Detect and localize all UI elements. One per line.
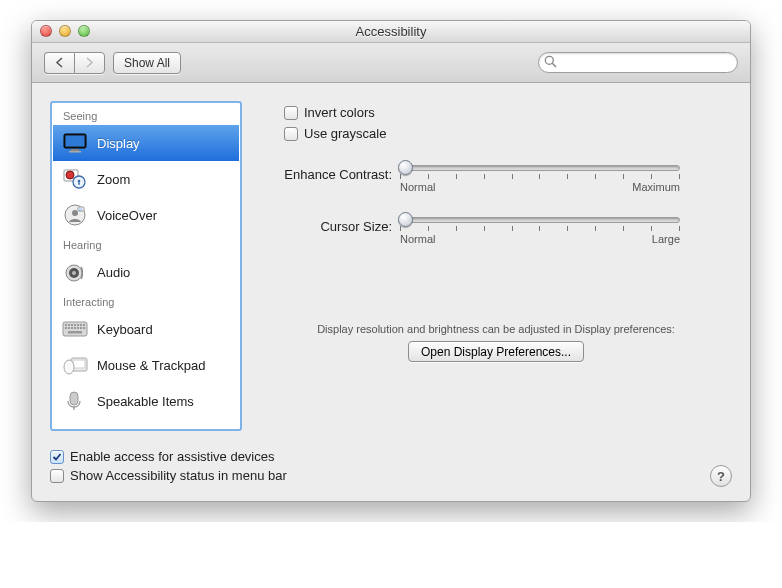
svg-rect-33 — [73, 360, 85, 368]
invert-colors-row[interactable]: Invert colors — [284, 105, 732, 120]
invert-colors-label: Invert colors — [304, 105, 375, 120]
use-grayscale-checkbox[interactable] — [284, 127, 298, 141]
status-menubar-row[interactable]: Show Accessibility status in menu bar — [50, 468, 732, 483]
sidebar-item-label: Keyboard — [97, 322, 153, 337]
sidebar-item-keyboard[interactable]: Keyboard — [53, 311, 239, 347]
slider-ticks — [400, 174, 680, 179]
svg-rect-35 — [70, 392, 78, 405]
sidebar-section-hearing: Hearing — [53, 233, 239, 254]
show-all-button[interactable]: Show All — [113, 52, 181, 74]
sidebar-section-interacting: Interacting — [53, 290, 239, 311]
nav-buttons — [44, 52, 105, 74]
svg-rect-30 — [83, 327, 85, 329]
svg-rect-22 — [80, 324, 82, 326]
sidebar-item-speakable-items[interactable]: Speakable Items — [53, 383, 239, 419]
svg-rect-29 — [80, 327, 82, 329]
svg-rect-27 — [74, 327, 76, 329]
speakable-icon — [62, 389, 88, 413]
svg-rect-24 — [65, 327, 67, 329]
svg-rect-21 — [77, 324, 79, 326]
svg-point-0 — [545, 56, 553, 64]
sidebar-item-zoom[interactable]: Zoom — [53, 161, 239, 197]
back-button[interactable] — [44, 52, 74, 74]
forward-button[interactable] — [74, 52, 105, 74]
accessibility-window: Accessibility Show All Seeing — [31, 20, 751, 502]
sidebar: Seeing Display Zoom — [50, 101, 242, 431]
sidebar-item-voiceover[interactable]: VoiceOver — [53, 197, 239, 233]
voiceover-icon — [62, 203, 88, 227]
svg-point-34 — [64, 360, 74, 374]
sidebar-item-label: Mouse & Trackpad — [97, 358, 205, 373]
zoom-icon — [62, 167, 88, 191]
cursor-size-label: Cursor Size: — [260, 217, 400, 234]
enable-assistive-row[interactable]: Enable access for assistive devices — [50, 449, 732, 464]
mouse-trackpad-icon — [62, 353, 88, 377]
traffic-lights — [40, 25, 90, 37]
svg-rect-18 — [68, 324, 70, 326]
sidebar-item-label: Zoom — [97, 172, 130, 187]
sidebar-section-seeing: Seeing — [53, 104, 239, 125]
toolbar: Show All — [32, 43, 750, 83]
invert-colors-checkbox[interactable] — [284, 106, 298, 120]
keyboard-icon — [62, 317, 88, 341]
svg-rect-20 — [74, 324, 76, 326]
zoom-icon[interactable] — [78, 25, 90, 37]
status-menubar-label: Show Accessibility status in menu bar — [70, 468, 287, 483]
window-title: Accessibility — [356, 24, 427, 39]
slider-thumb[interactable] — [398, 212, 413, 227]
enable-assistive-checkbox[interactable] — [50, 450, 64, 464]
close-icon[interactable] — [40, 25, 52, 37]
enable-assistive-label: Enable access for assistive devices — [70, 449, 274, 464]
svg-point-9 — [78, 180, 81, 183]
chevron-right-icon — [85, 57, 94, 68]
enhance-contrast-label: Enhance Contrast: — [260, 165, 400, 182]
svg-line-1 — [552, 63, 556, 67]
search-field[interactable] — [538, 52, 738, 73]
cursor-min-label: Normal — [400, 233, 435, 245]
cursor-max-label: Large — [652, 233, 680, 245]
svg-rect-28 — [77, 327, 79, 329]
main-panel: Invert colors Use grayscale Enhance Cont… — [260, 101, 732, 431]
sidebar-item-label: Display — [97, 136, 140, 151]
sidebar-item-audio[interactable]: Audio — [53, 254, 239, 290]
search-input[interactable] — [538, 52, 738, 73]
svg-rect-23 — [83, 324, 85, 326]
svg-rect-3 — [66, 136, 85, 147]
cursor-size-block: Cursor Size: Normal Large — [260, 217, 732, 245]
sidebar-item-label: VoiceOver — [97, 208, 157, 223]
svg-point-11 — [72, 210, 78, 216]
svg-rect-25 — [68, 327, 70, 329]
sidebar-scroll[interactable]: Seeing Display Zoom — [53, 104, 239, 428]
titlebar[interactable]: Accessibility — [32, 21, 750, 43]
svg-rect-26 — [71, 327, 73, 329]
slider-thumb[interactable] — [398, 160, 413, 175]
enhance-contrast-block: Enhance Contrast: Normal Maximum — [260, 165, 732, 193]
svg-rect-4 — [71, 149, 79, 151]
slider-ticks — [400, 226, 680, 231]
contrast-max-label: Maximum — [632, 181, 680, 193]
help-button[interactable]: ? — [710, 465, 732, 487]
minimize-icon[interactable] — [59, 25, 71, 37]
audio-icon — [62, 260, 88, 284]
display-prefs-footnote: Display resolution and brightness can be… — [260, 323, 732, 335]
contrast-min-label: Normal — [400, 181, 435, 193]
svg-point-7 — [66, 171, 74, 179]
svg-rect-17 — [65, 324, 67, 326]
use-grayscale-row[interactable]: Use grayscale — [284, 126, 732, 141]
svg-rect-31 — [68, 331, 82, 334]
display-icon — [62, 131, 88, 155]
open-display-preferences-button[interactable]: Open Display Preferences... — [408, 341, 584, 362]
cursor-size-slider[interactable] — [400, 217, 680, 223]
bottom-panel: Enable access for assistive devices Show… — [32, 441, 750, 501]
sidebar-item-mouse-trackpad[interactable]: Mouse & Trackpad — [53, 347, 239, 383]
sidebar-item-label: Audio — [97, 265, 130, 280]
sidebar-item-display[interactable]: Display — [53, 125, 239, 161]
svg-rect-5 — [69, 151, 81, 153]
chevron-left-icon — [55, 57, 64, 68]
search-icon — [544, 55, 557, 71]
status-menubar-checkbox[interactable] — [50, 469, 64, 483]
use-grayscale-label: Use grayscale — [304, 126, 386, 141]
svg-point-15 — [72, 271, 76, 275]
sidebar-item-label: Speakable Items — [97, 394, 194, 409]
enhance-contrast-slider[interactable] — [400, 165, 680, 171]
